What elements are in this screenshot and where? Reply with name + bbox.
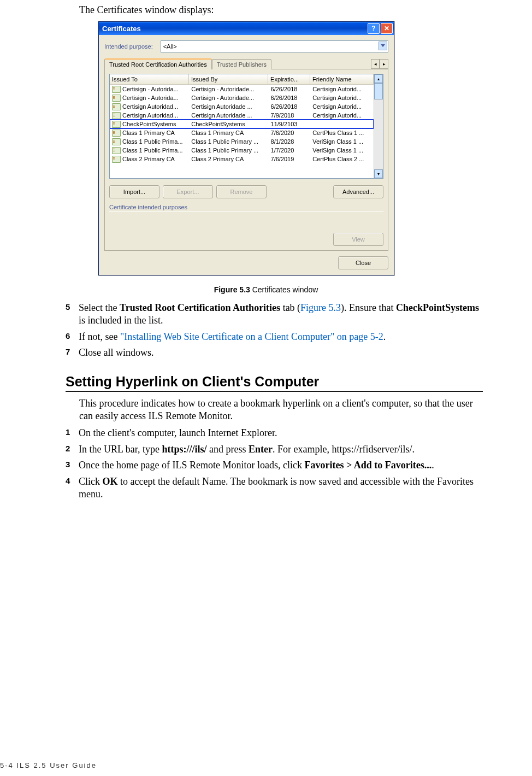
export-button: Export... [163,185,213,198]
certificate-row[interactable]: Class 2 Primary CAClass 2 Primary CA7/6/… [110,155,374,163]
certificates-list[interactable]: Issued To Issued By Expiratio... Friendl… [109,74,383,179]
col-issued-to[interactable]: Issued To [110,74,189,84]
import-button[interactable]: Import... [109,185,159,198]
view-button: View [333,233,383,246]
cross-ref-link[interactable]: Figure 5.3 [300,302,341,313]
tab-scroll-right-button[interactable]: ▸ [380,59,388,69]
page-footer: 5-4 ILS 2.5 User Guide [0,761,97,769]
certificate-icon [112,156,121,163]
help-button[interactable]: ? [368,23,380,34]
certificate-icon [112,95,121,102]
tab-trusted-root[interactable]: Trusted Root Certification Authorities [104,58,212,69]
figure-number: Figure 5.3 [214,285,250,294]
step-6: 6If not, see "Installing Web Site Certif… [66,331,483,343]
scroll-up-button[interactable]: ▴ [374,74,383,83]
tab-trusted-publishers[interactable]: Trusted Publishers [212,59,271,69]
figure-title: Certificates window [250,285,318,294]
intro-text: The Certificates window displays: [79,4,483,16]
list-header-row[interactable]: Issued To Issued By Expiratio... Friendl… [110,74,374,85]
window-title: Certificates [102,25,367,33]
certificates-screenshot: Certificates ? ✕ Intended purpose: <All>… [98,21,483,275]
section-heading: Setting Hyperlink on Client's Computer [66,374,483,392]
close-button[interactable]: Close [338,256,388,269]
step-4: 4Click OK to accept the default Name. Th… [66,475,483,501]
step-2: 2In the URL bar, type https:///ils/ and … [66,443,483,456]
certificate-icon [112,121,121,128]
step-1: 1On the client's computer, launch Intern… [66,427,483,439]
certificate-row[interactable]: Certisign - Autorida...Certisign - Autor… [110,93,374,102]
close-window-button[interactable]: ✕ [381,23,393,34]
tab-strip: Trusted Root Certification Authorities T… [104,58,388,69]
scroll-thumb[interactable] [374,83,383,99]
chevron-down-icon [381,44,385,47]
figure-caption: Figure 5.3 Certificates window [49,285,483,294]
col-expiration[interactable]: Expiratio... [268,74,310,84]
intended-purpose-dropdown[interactable]: <All> [161,40,388,52]
certificate-row[interactable]: Class 1 Public Prima...Class 1 Public Pr… [110,146,374,155]
section-intro: This procedure indicates how to create a… [79,397,483,423]
col-issued-by[interactable]: Issued By [189,74,268,84]
col-friendly-name[interactable]: Friendly Name [310,74,374,84]
certificate-row[interactable]: Class 1 Public Prima...Class 1 Public Pr… [110,137,374,146]
remove-button: Remove [216,185,267,198]
certificate-row[interactable]: Class 1 Primary CAClass 1 Primary CA7/6/… [110,128,374,137]
certificate-icon [112,86,121,93]
certificates-window: Certificates ? ✕ Intended purpose: <All>… [98,21,394,275]
list-scrollbar[interactable]: ▴ ▾ [374,74,383,178]
cert-purposes-label: Certificate intended purposes [109,204,383,212]
certificate-icon [112,138,121,145]
step-3: 3Once the home page of ILS Remote Monito… [66,459,483,472]
certificate-row[interactable]: Certisign Autoridad...Certisign Autorida… [110,111,374,120]
intended-purpose-label: Intended purpose: [104,43,153,50]
intended-purpose-value: <All> [163,43,177,50]
certificate-icon [112,147,121,154]
cross-ref-link[interactable]: "Installing Web Site Certificate on a Cl… [120,331,383,342]
certificate-row[interactable]: CheckPointSystemsCheckPointSystems11/9/2… [110,120,374,128]
advanced-button[interactable]: Advanced... [333,185,383,198]
certificate-icon [112,103,121,110]
tab-scroll-left-button[interactable]: ◂ [371,59,380,69]
titlebar[interactable]: Certificates ? ✕ [99,22,394,35]
certificate-icon [112,112,121,119]
certificate-row[interactable]: Certisign - Autorida...Certisign - Autor… [110,85,374,93]
step-7: 7Close all windows. [66,346,483,359]
scroll-down-button[interactable]: ▾ [374,169,383,178]
certificate-row[interactable]: Certisign Autoridad...Certisign Autorida… [110,102,374,111]
step-5: 5Select the Trusted Root Certification A… [66,302,483,327]
certificate-icon [112,130,121,137]
